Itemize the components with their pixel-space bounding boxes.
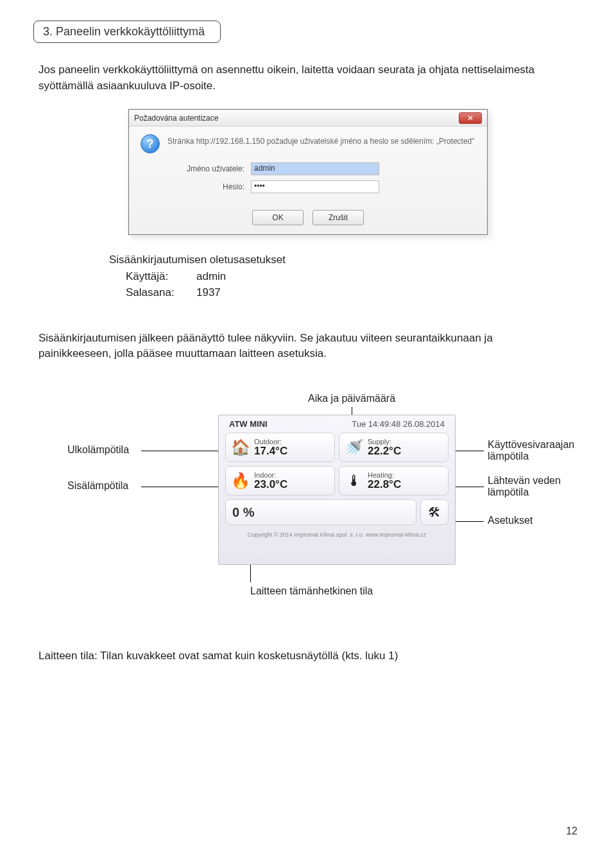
tile-heating[interactable]: 🌡 Heating: 22.8°C xyxy=(339,466,449,496)
auth-dialog: Požadována autentizace ✕ ? Stránka http:… xyxy=(128,109,488,235)
annotation-heating-1: Lähtevän veden xyxy=(488,475,561,487)
username-label: Jméno uživatele: xyxy=(174,164,244,173)
password-label: Heslo: xyxy=(174,182,244,191)
auth-titlebar: Požadována autentizace ✕ xyxy=(129,110,487,126)
tile-indoor-label: Indoor: xyxy=(254,471,287,479)
username-input[interactable]: admin xyxy=(251,162,379,175)
footer-note: Laitteen tila: Tilan kuvakkeet ovat sama… xyxy=(38,650,578,662)
annotation-supply-1: Käyttövesivaraajan xyxy=(488,439,574,451)
house-icon: 🏠 xyxy=(231,438,250,457)
section-heading: 3. Paneelin verkkokäyttöliittymä xyxy=(33,21,221,43)
tile-heating-value: 22.8°C xyxy=(368,479,401,491)
default-user-key: Käyttäjä: xyxy=(126,268,196,285)
tile-indoor[interactable]: 🔥 Indoor: 23.0°C xyxy=(225,466,335,496)
diagram: Aika ja päivämäärä Ulkolämpötila Sisäläm… xyxy=(38,393,578,598)
default-pass-value: 1937 xyxy=(196,284,221,301)
tile-supply-label: Supply: xyxy=(368,438,401,445)
annotation-indoor: Sisälämpötila xyxy=(67,480,128,492)
password-input[interactable]: •••• xyxy=(251,180,379,193)
tile-indoor-value: 23.0°C xyxy=(254,479,287,491)
tile-supply[interactable]: 🚿 Supply: 22.2°C xyxy=(339,433,449,462)
ok-button[interactable]: OK xyxy=(252,210,304,225)
paragraph-after-login: Sisäänkirjautumisen jälkeen päänäyttö tu… xyxy=(38,331,565,362)
tile-heating-label: Heating: xyxy=(368,471,401,479)
auth-title-text: Požadována autentizace xyxy=(134,114,218,123)
tile-outdoor-label: Outdoor: xyxy=(254,438,287,445)
heater-icon: 🔥 xyxy=(231,471,250,490)
default-user-value: admin xyxy=(196,268,226,285)
default-pass-key: Salasana: xyxy=(126,284,196,301)
defaults-heading: Sisäänkirjautumisen oletusasetukset xyxy=(109,252,578,268)
cancel-button[interactable]: Zrušit xyxy=(312,210,364,225)
page-number: 12 xyxy=(566,825,578,837)
annotation-heating-2: lämpötila xyxy=(488,487,561,498)
wrench-icon: 🛠 xyxy=(428,505,441,520)
close-icon[interactable]: ✕ xyxy=(459,112,482,124)
status-tile[interactable]: 0 % xyxy=(225,499,416,525)
radiator-icon: 🌡 xyxy=(345,471,364,490)
annotation-outdoor: Ulkolämpötila xyxy=(67,444,129,456)
annotation-settings: Asetukset xyxy=(488,515,533,526)
panel-name: ATW MINI xyxy=(229,419,268,429)
tap-icon: 🚿 xyxy=(345,438,364,457)
tile-outdoor[interactable]: 🏠 Outdoor: 17.4°C xyxy=(225,433,335,462)
annotation-supply-2: lämpötila xyxy=(488,451,574,462)
panel-time: Tue 14:49:48 26.08.2014 xyxy=(352,419,445,429)
auth-message: Stránka http://192.168.1.150 požaduje už… xyxy=(167,134,475,153)
tile-outdoor-value: 17.4°C xyxy=(254,445,287,458)
annotation-status: Laitteen tämänhetkinen tila xyxy=(250,585,373,597)
question-icon: ? xyxy=(141,134,160,153)
intro-paragraph: Jos paneelin verkkokäyttöliittymä on ase… xyxy=(38,62,565,94)
tile-supply-value: 22.2°C xyxy=(368,445,401,458)
annotation-time: Aika ja päivämäärä xyxy=(308,393,395,404)
panel-copyright: Copyright © 2014 Impromat Klima spol. s.… xyxy=(219,525,455,538)
settings-button[interactable]: 🛠 xyxy=(420,499,449,525)
web-panel: ATW MINI Tue 14:49:48 26.08.2014 🏠 Outdo… xyxy=(218,415,456,565)
